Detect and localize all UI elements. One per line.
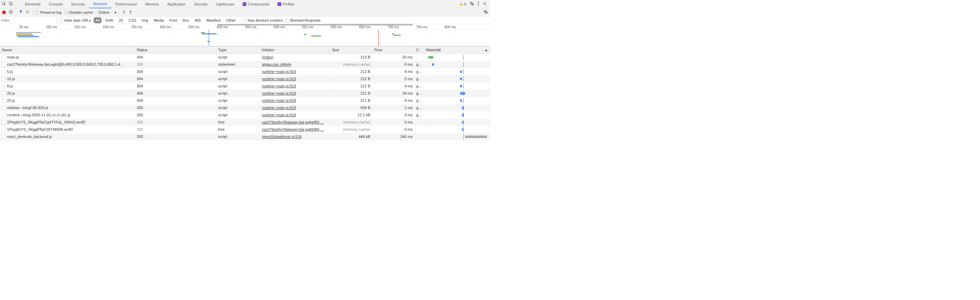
- tick-label: 800 ms: [445, 25, 456, 29]
- has-blocked-cookies-checkbox[interactable]: Has blocked cookies: [243, 18, 283, 22]
- waterfall-cell: [426, 77, 488, 81]
- tick-label: 750 ms: [416, 25, 427, 29]
- tab-application[interactable]: Application: [163, 0, 190, 8]
- initiator-link[interactable]: runtime~main.js:919: [262, 113, 296, 117]
- tab-components[interactable]: Components: [239, 0, 274, 8]
- filter-chip-doc[interactable]: Doc: [181, 17, 191, 23]
- filter-chip-css[interactable]: CSS: [127, 17, 138, 23]
- table-row[interactable]: 10.js304scriptruntime~main.js:919212 B5 …: [0, 75, 490, 83]
- table-row[interactable]: 8.js304scriptruntime~main.js:919212 B4 m…: [0, 83, 490, 90]
- table-row[interactable]: sidebar---blogf-90-920.js200scriptruntim…: [0, 104, 490, 112]
- waterfall-cell: [426, 91, 488, 96]
- col-size-header[interactable]: Size: [330, 46, 372, 54]
- settings-icon[interactable]: [484, 10, 488, 15]
- table-row[interactable]: main.js304script(index)213 B20 ms: [0, 54, 490, 61]
- clear-button[interactable]: [9, 10, 13, 15]
- initiator-link[interactable]: runtime~main.js:919: [262, 77, 296, 81]
- settings-icon[interactable]: [470, 2, 474, 7]
- initiator-link[interactable]: (index): [262, 55, 274, 59]
- filter-chip-ws[interactable]: WS: [193, 17, 202, 23]
- disable-cache-checkbox[interactable]: Disable cache: [64, 10, 93, 14]
- waterfall-cell: [426, 113, 488, 118]
- tab-security[interactable]: Security: [190, 0, 212, 8]
- domcontent-marker: [209, 30, 209, 46]
- tick-label: 300 ms: [159, 25, 171, 29]
- filter-chip-xhr[interactable]: XHR: [103, 17, 115, 23]
- initiator-link[interactable]: css2?family=Raleway:ital,wght@0,…: [262, 120, 324, 124]
- close-icon[interactable]: [483, 2, 487, 6]
- filter-chip-font[interactable]: Font: [168, 17, 179, 23]
- tick-label: 700 ms: [388, 25, 399, 29]
- tab-network[interactable]: Network: [89, 0, 111, 8]
- initiator-link[interactable]: runtime~main.js:919: [262, 105, 296, 110]
- col-status-header[interactable]: Status: [135, 46, 216, 54]
- file-icon: [2, 106, 5, 110]
- file-icon: [2, 99, 5, 103]
- initiator-link[interactable]: styles.css:-Infinity: [262, 62, 291, 67]
- col-waterfall-header[interactable]: Waterfall▲: [424, 46, 490, 54]
- table-row[interactable]: react_devtools_backend.js200scriptinject…: [0, 133, 490, 140]
- network-table: Name Status Type Initiator Size Time C. …: [0, 46, 490, 140]
- initiator-link[interactable]: runtime~main.js:919: [262, 98, 296, 103]
- initiator-link[interactable]: runtime~main.js:919: [262, 84, 296, 88]
- svg-rect-1: [9, 2, 11, 5]
- upload-icon[interactable]: [122, 10, 126, 15]
- initiator-link[interactable]: runtime~main.js:919: [262, 70, 296, 74]
- tick-label: 50 ms: [19, 25, 29, 29]
- filter-icon[interactable]: [19, 10, 23, 15]
- tab-memory[interactable]: Memory: [141, 0, 163, 8]
- filter-chip-js[interactable]: JS: [117, 17, 125, 23]
- col-time-header[interactable]: Time: [372, 46, 414, 54]
- throttling-select[interactable]: Online ▾: [99, 10, 116, 14]
- react-badge-icon: [243, 2, 247, 6]
- tab-lighthouse[interactable]: Lighthouse: [212, 0, 239, 8]
- file-icon: [2, 135, 5, 139]
- col-initiator-header[interactable]: Initiator: [260, 46, 330, 54]
- file-icon: [2, 62, 5, 67]
- tick-label: 500 ms: [274, 25, 285, 29]
- table-row[interactable]: content---blog-2020-11-01-cc-2-c91.js200…: [0, 112, 490, 119]
- tab-sources[interactable]: Sources: [67, 0, 89, 8]
- download-icon[interactable]: [129, 10, 132, 15]
- table-row[interactable]: 25.js304scriptruntime~main.js:919211 B4 …: [0, 97, 490, 104]
- table-row[interactable]: 1Ptsg8zYS_SKggPNyCg4TYFqL_KWxQ.woff2200f…: [0, 119, 490, 126]
- col-type-header[interactable]: Type: [216, 46, 260, 54]
- filter-chip-img[interactable]: Img: [140, 17, 150, 23]
- tab-profiler[interactable]: Profiler: [274, 0, 299, 8]
- col-c-header[interactable]: C.: [414, 46, 424, 54]
- device-toggle-icon[interactable]: [9, 2, 13, 7]
- filter-chip-manifest[interactable]: Manifest: [205, 17, 223, 23]
- hide-data-urls-checkbox[interactable]: Hide data URLs: [59, 18, 91, 22]
- filter-chip-other[interactable]: Other: [224, 17, 238, 23]
- more-icon[interactable]: [477, 2, 479, 7]
- tab-console[interactable]: Console: [45, 0, 67, 8]
- record-button[interactable]: [2, 10, 6, 14]
- divider: [240, 18, 240, 23]
- waterfall-cell: [426, 84, 488, 89]
- warning-badge[interactable]: 8: [460, 2, 466, 6]
- overview-timeline[interactable]: 50 ms100 ms150 ms200 ms250 ms300 ms350 m…: [0, 24, 490, 46]
- col-name-header[interactable]: Name: [0, 46, 135, 54]
- divider: [95, 10, 96, 15]
- preserve-log-checkbox[interactable]: Preserve log: [35, 10, 62, 14]
- filter-chip-all[interactable]: All: [94, 17, 102, 23]
- divider: [16, 2, 16, 6]
- initiator-link[interactable]: injectGlobalHook.js:518: [262, 134, 302, 139]
- inspect-icon[interactable]: [2, 2, 6, 7]
- scrub-handle[interactable]: [218, 24, 413, 26]
- table-row[interactable]: 20.js304scriptruntime~main.js:919212 B34…: [0, 90, 490, 97]
- search-icon[interactable]: [26, 10, 30, 15]
- table-row[interactable]: 1Ptug8zYS_SKggPNyC0IT4ttDfA.woff2200font…: [0, 126, 490, 133]
- sort-arrow-icon: ▲: [485, 48, 488, 52]
- blocked-requests-checkbox[interactable]: Blocked Requests: [285, 18, 321, 22]
- table-row[interactable]: css2?family=Raleway:ital,wght@0,400;0,50…: [0, 61, 490, 68]
- initiator-link[interactable]: runtime~main.js:919: [262, 91, 296, 96]
- table-row[interactable]: 5.js304scriptruntime~main.js:919212 B4 m…: [0, 68, 490, 75]
- tab-performance[interactable]: Performance: [111, 0, 141, 8]
- filter-input[interactable]: [0, 16, 57, 24]
- initiator-link[interactable]: css2?family=Raleway:ital,wght@0,…: [262, 127, 324, 132]
- tick-label: 400 ms: [216, 25, 228, 29]
- waterfall-cell: [426, 55, 488, 60]
- filter-chip-media[interactable]: Media: [152, 17, 166, 23]
- tab-elements[interactable]: Elements: [21, 0, 45, 8]
